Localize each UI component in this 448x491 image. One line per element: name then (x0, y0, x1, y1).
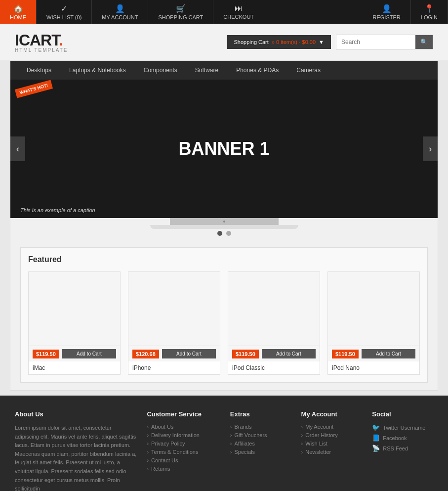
category-navigation: Desktops Laptops & Notebooks Components … (10, 61, 438, 80)
product-actions-ipodnano: $119.50 Add to Cart (328, 346, 419, 361)
footer-account-newsletter[interactable]: Newsletter (301, 449, 363, 455)
featured-title: Featured (28, 255, 420, 264)
footer-cs-link-contact[interactable]: Contact Us (147, 457, 220, 463)
footer-cs-link-privacy[interactable]: Privacy Policy (147, 441, 220, 446)
nav-register[interactable]: 👤 REGISTER (363, 0, 411, 24)
nav-myaccount[interactable]: 👤 MY ACCOUNT (92, 0, 148, 24)
top-navigation: 🏠 HOME ✓ WISH LIST (0) 👤 MY ACCOUNT 🛒 SH… (0, 0, 448, 24)
footer-cs-link-delivery[interactable]: Delivery Information (147, 432, 220, 438)
add-to-cart-ipodnano[interactable]: Add to Cart (362, 349, 415, 358)
whats-hot-badge: WHAT'S HOT! (15, 80, 53, 98)
footer-extras-links: Brands Gift Vouchers Affiliates Specials (230, 424, 291, 455)
footer-cs-link-returns[interactable]: Returns (147, 466, 220, 472)
footer-social: Social 🐦 Twitter Username 📘 Facebook 📡 R… (372, 410, 433, 491)
wishlist-icon: ✓ (61, 4, 67, 13)
category-cameras[interactable]: Cameras (287, 61, 329, 80)
footer-cs-link-about[interactable]: About Us (147, 424, 220, 430)
add-to-cart-imac[interactable]: Add to Cart (62, 349, 116, 358)
nav-wishlist[interactable]: ✓ WISH LIST (0) (37, 0, 92, 24)
search-box: 🔍 (336, 35, 433, 49)
price-ipodclassic: $119.50 (232, 350, 259, 358)
rss-label: RSS Feed (383, 446, 408, 451)
facebook-icon: 📘 (372, 434, 380, 442)
slider-dot-2[interactable] (226, 231, 231, 236)
footer-cs-link-terms[interactable]: Terms & Conditions (147, 449, 220, 455)
slider-caption: This is an example of a caption (20, 207, 95, 213)
cart-items: » 0 item(s) - $0.00 (272, 39, 316, 45)
search-button[interactable]: 🔍 (415, 35, 433, 49)
product-actions-imac: $119.50 Add to Cart (29, 346, 120, 361)
product-card-imac: $119.50 Add to Cart iMac (28, 271, 121, 375)
footer-about-text: Lorem ipsum dolor sit amet, consectetur … (15, 424, 137, 491)
nav-home[interactable]: 🏠 HOME (0, 0, 37, 24)
site-footer: About Us Lorem ipsum dolor sit amet, con… (0, 396, 448, 491)
register-icon: 👤 (382, 4, 392, 13)
footer-customer-service: Customer Service About Us Delivery Infor… (147, 410, 220, 491)
featured-section: Featured $119.50 Add to Cart iMac $120.6… (20, 247, 428, 383)
category-software[interactable]: Software (186, 61, 227, 80)
myaccount-icon: 👤 (115, 4, 125, 13)
social-rss[interactable]: 📡 RSS Feed (372, 445, 433, 452)
category-components[interactable]: Components (135, 61, 186, 80)
slider-next-button[interactable]: › (423, 136, 438, 161)
product-image-ipodnano (328, 272, 419, 346)
social-facebook[interactable]: 📘 Facebook (372, 434, 433, 442)
product-name-iphone: iPhone (128, 361, 220, 374)
home-icon: 🏠 (13, 4, 23, 13)
slider: WHAT'S HOT! ‹ BANNER 1 › This is an exam… (10, 80, 438, 218)
banner-text: BANNER 1 (178, 138, 269, 159)
nav-home-label: HOME (10, 14, 26, 20)
footer-account-wishlist[interactable]: Wish List (301, 441, 363, 446)
search-input[interactable] (336, 35, 415, 49)
product-image-ipodclassic (228, 272, 320, 346)
cart-button[interactable]: Shopping Cart » 0 item(s) - $0.00 ▼ (227, 35, 331, 49)
category-phones[interactable]: Phones & PDAs (227, 61, 287, 80)
facebook-label: Facebook (383, 435, 407, 441)
footer-extras-brands[interactable]: Brands (230, 424, 291, 430)
cart-dropdown-icon: ▼ (319, 39, 324, 45)
footer-about-title: About Us (15, 410, 137, 418)
nav-cart[interactable]: 🛒 SHOPPING CART (148, 0, 213, 24)
add-to-cart-ipodclassic[interactable]: Add to Cart (262, 349, 316, 358)
rss-icon: 📡 (372, 445, 380, 452)
footer-social-title: Social (372, 410, 433, 418)
product-actions-iphone: $120.68 Add to Cart (128, 346, 220, 361)
login-icon: 📍 (424, 4, 434, 13)
product-image-imac (29, 272, 120, 346)
slider-prev-button[interactable]: ‹ (10, 136, 25, 161)
slider-wrapper: WHAT'S HOT! ‹ BANNER 1 › This is an exam… (10, 80, 438, 240)
slider-dot-1[interactable] (217, 231, 222, 236)
price-iphone: $120.68 (132, 350, 159, 358)
category-desktops[interactable]: Desktops (18, 61, 60, 80)
footer-extras-title: Extras (230, 410, 291, 418)
product-actions-ipodclassic: $119.50 Add to Cart (228, 346, 320, 361)
product-name-ipodclassic: iPod Classic (228, 361, 320, 374)
site-header: ICART. HTML TEMPLATE Shopping Cart » 0 i… (0, 24, 448, 60)
product-card-ipodclassic: $119.50 Add to Cart iPod Classic (228, 271, 320, 375)
footer-extras-specials[interactable]: Specials (230, 449, 291, 455)
price-imac: $119.50 (33, 350, 59, 358)
footer-account-myaccount[interactable]: My Account (301, 424, 363, 430)
footer-account-orders[interactable]: Order History (301, 432, 363, 438)
nav-login[interactable]: 📍 LOGIN (411, 0, 448, 24)
footer-cs-title: Customer Service (147, 410, 220, 418)
add-to-cart-iphone[interactable]: Add to Cart (162, 349, 216, 358)
nav-myaccount-label: MY ACCOUNT (102, 14, 138, 20)
product-card-iphone: $120.68 Add to Cart iPhone (128, 271, 220, 375)
footer-extras-vouchers[interactable]: Gift Vouchers (230, 432, 291, 438)
footer-cs-links: About Us Delivery Information Privacy Po… (147, 424, 220, 472)
product-name-imac: iMac (29, 361, 120, 374)
nav-checkout[interactable]: ⏭ CHECKOUT (213, 0, 264, 24)
footer-account-title: My Account (301, 410, 363, 418)
footer-extras-affiliates[interactable]: Affiliates (230, 441, 291, 446)
cart-icon: 🛒 (176, 4, 186, 13)
footer-myaccount: My Account My Account Order History Wish… (301, 410, 363, 491)
category-laptops[interactable]: Laptops & Notebooks (60, 61, 135, 80)
nav-wishlist-label: WISH LIST (0) (46, 14, 81, 20)
social-twitter[interactable]: 🐦 Twitter Username (372, 424, 433, 431)
cart-label: Shopping Cart (234, 39, 269, 45)
slider-dots (10, 229, 438, 240)
header-right: Shopping Cart » 0 item(s) - $0.00 ▼ 🔍 (227, 35, 433, 49)
logo-subtitle: HTML TEMPLATE (15, 47, 68, 53)
checkout-icon: ⏭ (235, 4, 243, 13)
